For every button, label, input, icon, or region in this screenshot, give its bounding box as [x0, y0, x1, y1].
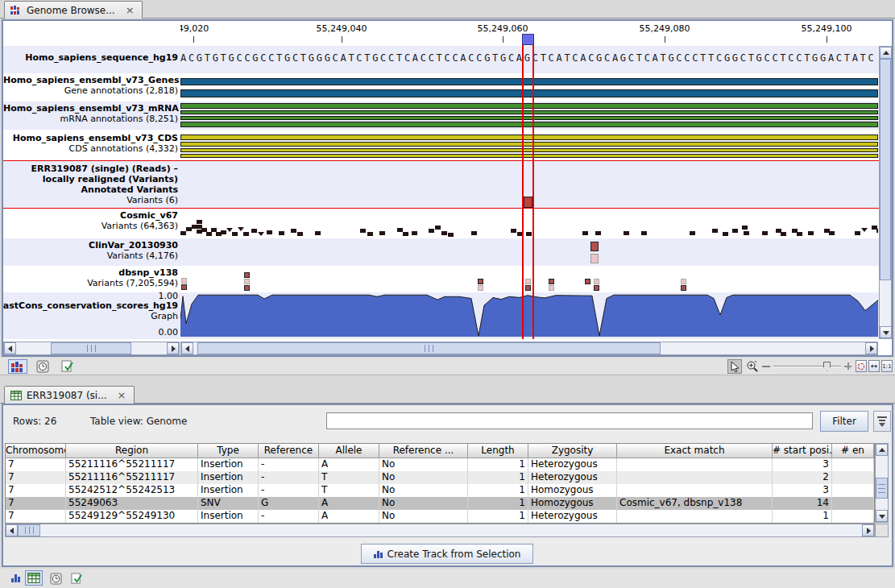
- history-button[interactable]: [48, 571, 63, 586]
- table-cell[interactable]: G: [259, 497, 319, 510]
- element-info-button[interactable]: [69, 571, 84, 586]
- dbsnp-variant-mark[interactable]: [478, 285, 483, 291]
- table-cell[interactable]: 14: [773, 497, 832, 510]
- table-cell[interactable]: 7: [6, 510, 66, 523]
- cosmic-variant-mark[interactable]: [429, 229, 434, 233]
- table-cell[interactable]: 7: [6, 484, 66, 497]
- table-cell[interactable]: [832, 497, 874, 510]
- dbsnp-variant-mark[interactable]: [244, 272, 250, 278]
- gene-annotation-bar[interactable]: [180, 89, 878, 97]
- zoom-slider[interactable]: [773, 361, 841, 372]
- table-cell[interactable]: 1: [468, 497, 528, 510]
- table-cell[interactable]: 1: [773, 510, 832, 523]
- column-header-chromosome[interactable]: Chromosome: [6, 444, 66, 458]
- cds-annotation-bar[interactable]: [180, 135, 878, 140]
- dbsnp-variant-mark[interactable]: [478, 279, 483, 284]
- cosmic-variant-mark[interactable]: [232, 232, 238, 236]
- table-cell[interactable]: 55249063: [66, 497, 198, 510]
- column-header-zygosity[interactable]: Zygosity: [528, 444, 617, 458]
- scrollbar-thumb[interactable]: [197, 342, 661, 354]
- filter-options-button[interactable]: [873, 411, 891, 432]
- table-cell[interactable]: 1: [468, 471, 528, 484]
- cosmic-variant-mark[interactable]: [723, 232, 728, 236]
- column-header-reference[interactable]: Reference ...: [379, 444, 468, 458]
- cosmic-variant-mark[interactable]: [517, 232, 523, 236]
- cds-annotation-bar[interactable]: [180, 142, 878, 147]
- scroll-right-button[interactable]: [862, 524, 874, 536]
- table-cell[interactable]: [832, 510, 874, 523]
- cosmic-variant-mark[interactable]: [221, 230, 226, 234]
- track-label-dbsnp[interactable]: dbsnp_v138 Variants (7,205,594): [3, 266, 180, 292]
- cosmic-variant-mark[interactable]: [267, 230, 272, 234]
- table-cell[interactable]: SNV: [198, 497, 259, 510]
- cosmic-variant-mark[interactable]: [781, 232, 786, 236]
- scroll-down-button[interactable]: [880, 326, 892, 338]
- table-cell[interactable]: 55211116^55211117: [66, 458, 198, 471]
- dbsnp-variant-mark[interactable]: [549, 285, 554, 291]
- cosmic-variant-mark[interactable]: [861, 228, 868, 232]
- table-cell[interactable]: Heterozygous: [528, 510, 617, 523]
- cosmic-variant-mark[interactable]: [279, 231, 284, 235]
- zoom-in-plus-icon[interactable]: [844, 362, 851, 370]
- track-view-button[interactable]: [11, 574, 20, 582]
- table-cell[interactable]: 2: [773, 471, 832, 484]
- cosmic-variant-mark[interactable]: [690, 231, 695, 235]
- table-cell[interactable]: 1: [468, 458, 528, 471]
- cosmic-variant-mark[interactable]: [291, 229, 296, 233]
- close-tab-icon[interactable]: ×: [126, 4, 135, 16]
- zoom-to-selection-button[interactable]: [856, 360, 867, 372]
- tab-variant-table[interactable]: ERR319087 (si... ×: [4, 386, 135, 404]
- track-label-phastcons[interactable]: 1.00 PhastCons_conservation_scores_hg19 …: [3, 292, 180, 339]
- table-cell[interactable]: Cosmic_v67, dbsnp_v138: [617, 497, 773, 510]
- cosmic-variant-mark[interactable]: [297, 232, 303, 236]
- scroll-left-button[interactable]: [6, 524, 18, 536]
- column-header-reference[interactable]: Reference: [259, 444, 319, 458]
- column-header-region[interactable]: Region: [66, 444, 198, 458]
- table-view-button[interactable]: [25, 570, 43, 586]
- table-cell[interactable]: -: [259, 471, 319, 484]
- table-cell[interactable]: [832, 484, 874, 497]
- track-label-sequence[interactable]: Homo_sapiens_sequence_hg19: [3, 46, 180, 73]
- table-row[interactable]: 755249063SNVGANo1HomozygousCosmic_v67, d…: [6, 497, 874, 510]
- cosmic-variant-mark[interactable]: [742, 226, 748, 230]
- column-header-start-posi[interactable]: # start posi...: [773, 444, 832, 458]
- column-header-exact-match[interactable]: Exact match: [617, 444, 773, 458]
- column-header-length[interactable]: Length: [468, 444, 528, 458]
- labels-horizontal-scrollbar[interactable]: [3, 342, 180, 355]
- scroll-up-button[interactable]: [880, 47, 892, 59]
- cosmic-variant-mark[interactable]: [624, 231, 629, 235]
- cosmic-variant-mark[interactable]: [582, 231, 588, 235]
- table-cell[interactable]: 3: [773, 484, 832, 497]
- gene-annotation-bar[interactable]: [180, 78, 878, 85]
- cosmic-variant-mark[interactable]: [526, 232, 532, 236]
- cosmic-variant-mark[interactable]: [712, 229, 718, 233]
- table-row[interactable]: 755211116^55211117Insertion-TNo1Heterozy…: [6, 471, 874, 484]
- table-cell[interactable]: T: [319, 484, 379, 497]
- cosmic-variant-mark[interactable]: [435, 226, 441, 230]
- zoom-out-minus-icon[interactable]: [762, 366, 770, 367]
- mrna-annotation-bar[interactable]: [180, 103, 878, 109]
- scrollbar-thumb[interactable]: [876, 478, 888, 499]
- track-label-clinvar[interactable]: ClinVar_20130930 Variants (4,176): [3, 238, 180, 266]
- track-label-cds[interactable]: Homo_sapiens_ensembl_v73_CDS CDS annotat…: [3, 130, 180, 160]
- table-cell[interactable]: 7: [6, 471, 66, 484]
- mrna-annotation-bar[interactable]: [180, 116, 878, 120]
- tracks-horizontal-scrollbar[interactable]: [180, 342, 878, 355]
- table-cell[interactable]: Heterozygous: [528, 471, 617, 484]
- close-tab-icon[interactable]: ×: [118, 389, 126, 401]
- clinvar-variant-mark[interactable]: [590, 242, 599, 251]
- scrollbar-thumb[interactable]: [51, 342, 131, 354]
- table-cell[interactable]: A: [319, 497, 379, 510]
- table-cell[interactable]: [832, 471, 874, 484]
- table-cell[interactable]: -: [259, 510, 319, 523]
- tracks-vertical-scrollbar[interactable]: [879, 46, 892, 339]
- table-cell[interactable]: [617, 484, 773, 497]
- history-button[interactable]: [35, 359, 50, 374]
- table-cell[interactable]: No: [379, 471, 468, 484]
- cosmic-variant-mark[interactable]: [471, 231, 477, 235]
- dbsnp-variant-mark[interactable]: [681, 279, 686, 284]
- err-variant-mark[interactable]: [524, 197, 532, 208]
- cosmic-variant-mark[interactable]: [855, 231, 860, 235]
- table-cell[interactable]: Insertion: [198, 458, 259, 471]
- table-cell[interactable]: Insertion: [198, 484, 259, 497]
